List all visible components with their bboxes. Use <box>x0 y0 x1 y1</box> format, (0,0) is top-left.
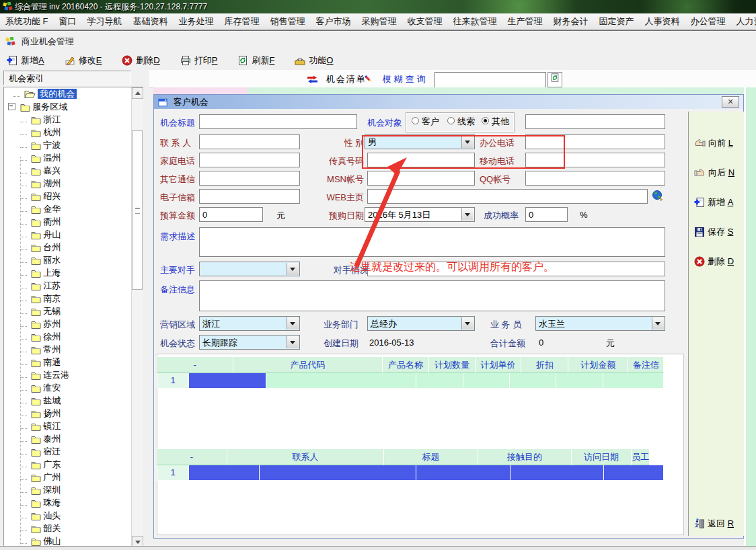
next-button[interactable]: 向后 N <box>694 167 734 179</box>
tree-item-city[interactable]: 常州 <box>4 343 143 356</box>
tree-item-city[interactable]: 衢州 <box>4 215 143 228</box>
tree-item-city[interactable]: 韶关 <box>4 522 143 535</box>
plan-amount-cell[interactable] <box>556 373 603 389</box>
region-combo[interactable]: 浙江 <box>199 316 300 331</box>
mobile-input[interactable] <box>525 153 665 167</box>
menu-item[interactable]: 生产管理 <box>502 13 548 30</box>
discount-cell[interactable] <box>510 373 556 389</box>
column-header[interactable]: 折扣 <box>521 356 568 373</box>
fax-input[interactable] <box>367 153 475 167</box>
tree-item-city[interactable]: 无锡 <box>4 305 143 317</box>
print-button[interactable]: 打印P <box>180 54 218 67</box>
globe-icon[interactable] <box>652 190 663 201</box>
tree-item-service-region[interactable]: 服务区域 <box>4 100 143 113</box>
column-header[interactable]: 计划数量 <box>429 356 476 373</box>
contact-input[interactable] <box>199 134 300 149</box>
menu-item[interactable]: 财务会计 <box>548 13 594 30</box>
tab-fuzzy-query[interactable]: 模糊查询 <box>363 73 428 85</box>
opp-object-input[interactable] <box>525 114 665 129</box>
dialog-close-button[interactable]: ✕ <box>722 96 739 108</box>
msn-input[interactable] <box>367 171 475 186</box>
panel-add-button[interactable]: 新增 A <box>694 196 733 208</box>
column-header[interactable]: - <box>157 448 227 465</box>
purpose-cell[interactable] <box>416 465 511 481</box>
success-rate-input[interactable] <box>525 207 568 222</box>
product-code-cell[interactable] <box>189 373 266 389</box>
save-button[interactable]: 保存 S <box>694 226 733 238</box>
tree-item-my-opportunities[interactable]: 我的机会 <box>4 87 143 100</box>
tree-item-city[interactable]: 舟山 <box>4 228 143 241</box>
tree-item-city[interactable]: 金华 <box>4 202 143 215</box>
home-phone-input[interactable] <box>199 153 300 167</box>
menu-item[interactable]: 收支管理 <box>402 13 448 30</box>
dropdown-arrow-icon[interactable] <box>287 336 299 348</box>
tab-opportunity-list[interactable]: 机会清单 <box>307 73 367 85</box>
dropdown-arrow-icon[interactable] <box>652 317 664 329</box>
tree-item-city[interactable]: 江苏 <box>4 279 143 292</box>
product-table-row[interactable]: 1 <box>157 373 664 389</box>
tree-item-city[interactable]: 温州 <box>4 151 143 164</box>
dropdown-arrow-icon[interactable] <box>287 263 299 275</box>
collapse-icon[interactable] <box>8 103 15 110</box>
tree-item-city[interactable]: 台州 <box>4 241 143 253</box>
menu-item[interactable]: 固定资产 <box>594 13 640 30</box>
tree-item-city[interactable]: 南京 <box>4 292 143 305</box>
purchase-date-combo[interactable]: 2016年 5月13日 <box>365 207 475 222</box>
column-header[interactable]: 标题 <box>384 448 478 465</box>
scroll-up-button[interactable] <box>132 87 143 99</box>
tree-item-city[interactable]: 苏州 <box>4 317 143 330</box>
menu-item[interactable]: 办公管理 <box>685 13 731 30</box>
menu-item[interactable]: 客户市场 <box>311 13 356 30</box>
column-header[interactable]: - <box>157 356 233 373</box>
tree-item-city[interactable]: 浙江 <box>4 113 143 126</box>
tree-item-city[interactable]: 上海 <box>4 266 143 279</box>
edit-button[interactable]: 修改E <box>65 54 102 67</box>
tree-item-city[interactable]: 盐城 <box>4 394 143 407</box>
plan-price-cell[interactable] <box>463 373 510 389</box>
menu-item[interactable]: 人力资源 <box>731 13 756 30</box>
tree-item-city[interactable]: 连云港 <box>4 368 143 381</box>
status-combo[interactable]: 长期跟踪 <box>199 335 300 350</box>
remark-textarea[interactable] <box>199 280 665 311</box>
radio-customer[interactable] <box>412 117 419 124</box>
contact-table-row[interactable]: 1 <box>157 465 664 481</box>
menu-item[interactable]: 采购管理 <box>356 13 402 30</box>
qq-input[interactable] <box>525 171 665 186</box>
column-header[interactable]: 备注信息 <box>628 356 664 373</box>
dropdown-arrow-icon[interactable] <box>461 208 474 221</box>
function-button[interactable]: 功能O <box>295 54 333 67</box>
return-button[interactable]: 返回 R <box>694 518 734 530</box>
column-header[interactable]: 计划单价 <box>476 356 522 373</box>
dropdown-arrow-icon[interactable] <box>287 317 299 329</box>
tree-item-city[interactable]: 珠海 <box>4 496 143 509</box>
employee-cell[interactable] <box>604 465 664 481</box>
tree-item-city[interactable]: 镇江 <box>4 420 143 432</box>
tree-item-city[interactable]: 汕头 <box>4 509 143 522</box>
remark-cell[interactable] <box>603 373 664 389</box>
product-name-cell[interactable] <box>266 373 416 389</box>
column-header[interactable]: 计划金额 <box>568 356 628 373</box>
refresh-button[interactable]: 刷新F <box>237 54 274 67</box>
menu-item[interactable]: 基础资料 <box>128 13 174 30</box>
dropdown-arrow-icon[interactable] <box>461 136 474 148</box>
radio-customer-label[interactable]: 客户 <box>422 116 439 128</box>
radio-lead[interactable] <box>447 117 455 124</box>
dept-combo[interactable]: 总经办 <box>367 316 475 331</box>
menu-item[interactable]: 学习导航 <box>82 13 128 30</box>
tree-item-city[interactable]: 深圳 <box>4 483 143 496</box>
menu-item[interactable]: 业务处理 <box>174 13 219 30</box>
search-input[interactable] <box>434 72 546 88</box>
radio-lead-label[interactable]: 线索 <box>457 116 475 128</box>
tree-item-city[interactable]: 宁波 <box>4 139 143 151</box>
column-header[interactable]: 员工 <box>632 448 650 465</box>
previous-button[interactable]: 向前 L <box>694 137 733 149</box>
column-header[interactable]: 产品名称 <box>383 356 430 373</box>
tree-item-city[interactable]: 淮安 <box>4 381 143 394</box>
office-phone-input[interactable] <box>525 134 665 149</box>
menu-item[interactable]: 销售管理 <box>265 13 311 30</box>
add-button[interactable]: 新增A <box>7 54 44 67</box>
menu-item[interactable]: 往来款管理 <box>448 13 502 30</box>
tree-item-city[interactable]: 泰州 <box>4 432 143 445</box>
delete-button[interactable]: 删除D <box>122 54 159 67</box>
plan-qty-cell[interactable] <box>416 373 463 389</box>
